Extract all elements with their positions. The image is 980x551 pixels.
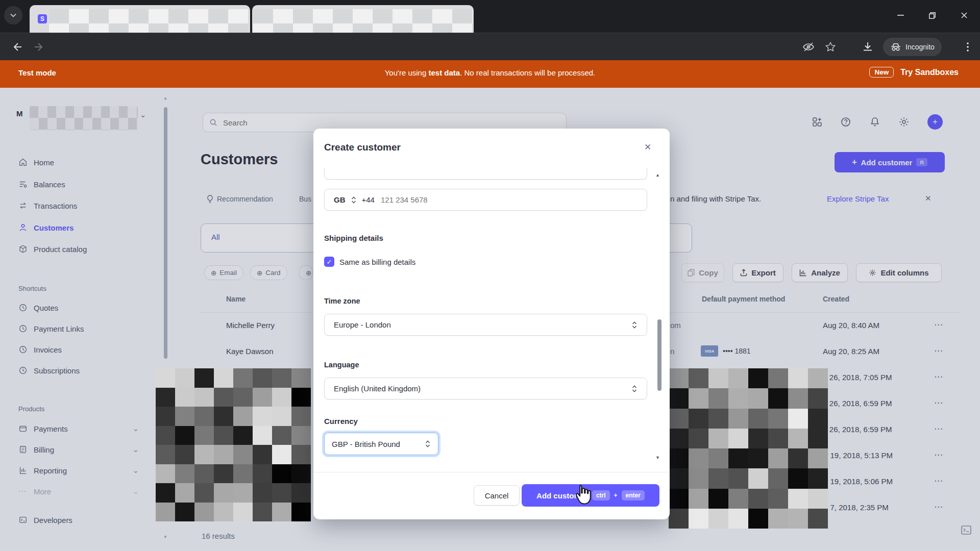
timezone-select[interactable]: Europe - London	[324, 314, 647, 336]
row-menu-button[interactable]: ⋯	[934, 449, 943, 460]
chevron-down-icon	[10, 13, 16, 17]
arrow-back-icon	[11, 41, 22, 53]
chip-label: Card	[265, 269, 280, 277]
select-updown-icon	[631, 321, 638, 329]
row-menu-button[interactable]: ⋯	[934, 319, 943, 330]
bell-icon	[869, 116, 880, 128]
row-menu-button[interactable]: ⋯	[934, 345, 943, 356]
tab-title-redacted	[253, 9, 473, 33]
page-title: Customers	[201, 151, 278, 168]
explore-stripe-tax-link[interactable]: Explore Stripe Tax	[827, 194, 889, 203]
sidebar-item-transactions[interactable]: Transactions	[18, 195, 161, 216]
sidebar-item-customers[interactable]: Customers	[18, 217, 161, 238]
sandboxes-cta[interactable]: New Try Sandboxes	[869, 67, 959, 78]
column-header-created[interactable]: Created	[823, 295, 849, 303]
account-switcher[interactable]: ⌄	[140, 110, 146, 119]
transactions-icon	[18, 201, 28, 210]
modal-scrollbar-thumb[interactable]	[657, 319, 662, 391]
kebab-vertical-icon	[963, 41, 973, 53]
phone-dial-code: +44	[362, 195, 375, 204]
copy-button[interactable]: Copy	[681, 263, 724, 282]
forward-button[interactable]	[34, 41, 45, 53]
kebab-icon: ⋯	[934, 372, 943, 382]
help-button[interactable]	[840, 116, 851, 128]
triangle-up-icon: ▲	[655, 172, 660, 178]
phone-input[interactable]: GB +44	[324, 189, 647, 211]
currency-select[interactable]: GBP - British Pound	[324, 433, 438, 455]
modal-close-button[interactable]: ✕	[644, 142, 651, 153]
settings-button[interactable]	[898, 116, 910, 128]
row-menu-button[interactable]: ⋯	[934, 397, 943, 408]
copy-icon	[688, 269, 695, 277]
notifications-button[interactable]	[869, 116, 880, 128]
add-circle-icon: ⊕	[211, 269, 216, 277]
filter-chip-clipped[interactable]: ⊕	[299, 265, 313, 280]
scroll-down-arrow[interactable]: ▼	[163, 535, 167, 539]
filter-chip-email[interactable]: ⊕ Email	[204, 265, 243, 280]
same-as-billing-checkbox[interactable]: ✓	[324, 257, 334, 267]
timezone-value: Europe - London	[334, 320, 391, 329]
browser-tab-1[interactable]: S	[30, 5, 250, 33]
edit-columns-button[interactable]: Edit columns	[856, 263, 942, 282]
window-minimize-button[interactable]	[889, 5, 912, 26]
browser-menu-button[interactable]	[963, 41, 973, 53]
sidebar-item-home[interactable]: Home	[18, 152, 161, 173]
window-close-button[interactable]	[952, 5, 976, 26]
reading-mode-button[interactable]	[802, 42, 815, 52]
column-header-name[interactable]: Name	[226, 295, 246, 303]
analyze-button[interactable]: Analyze	[792, 263, 848, 282]
screen: S Incognit	[0, 0, 980, 551]
same-as-billing-label[interactable]: Same as billing details	[339, 258, 415, 266]
timezone-label: Time zone	[324, 297, 360, 305]
incognito-label: Incognito	[905, 43, 935, 51]
account-initial: M	[16, 109, 23, 118]
minimize-icon	[897, 15, 904, 16]
language-select[interactable]: English (United Kingdom)	[324, 378, 647, 399]
kbd-ctrl: ctrl	[592, 490, 610, 500]
customer-name[interactable]: Kaye Dawson	[226, 347, 274, 356]
phone-country-select[interactable]: GB	[334, 195, 346, 204]
balances-icon	[18, 180, 28, 189]
tab-search-chevron-button[interactable]	[4, 6, 22, 24]
modal-scroll-down-arrow[interactable]: ▼	[655, 455, 660, 460]
plus-icon: +	[852, 158, 856, 167]
downloads-button[interactable]	[862, 41, 874, 53]
kebab-icon: ⋯	[934, 450, 943, 460]
search-input[interactable]	[222, 118, 530, 128]
customer-name[interactable]: Michelle Perry	[226, 321, 275, 330]
copy-label: Copy	[699, 268, 718, 277]
created-date: Aug 20, 8:25 AM	[823, 347, 879, 356]
bookmark-button[interactable]	[825, 41, 836, 53]
browser-tab-2[interactable]	[252, 5, 474, 33]
phone-number-input[interactable]	[380, 195, 596, 205]
clipped-field-above[interactable]	[324, 168, 647, 180]
filter-chip-card[interactable]: ⊕ Card	[250, 265, 287, 280]
gear-icon	[869, 269, 876, 277]
tax-banner-close-button[interactable]: ✕	[925, 194, 932, 203]
apps-button[interactable]	[812, 116, 823, 128]
window-restore-button[interactable]	[920, 5, 944, 26]
create-menu-button[interactable]: +	[927, 114, 943, 130]
sidebar-item-product-catalog[interactable]: Product catalog	[18, 238, 161, 260]
kbd-enter: enter	[622, 490, 645, 500]
sidebar-item-balances[interactable]: Balances	[18, 173, 161, 195]
created-date: May 7, 2018, 2:35 PM	[814, 503, 916, 512]
currency-value: GBP - British Pound	[332, 440, 400, 448]
row-menu-button[interactable]: ⋯	[934, 502, 943, 512]
back-button[interactable]	[11, 41, 22, 53]
modal-footer: Cancel Add customer ctrl + enter	[313, 472, 670, 519]
row-menu-button[interactable]: ⋯	[934, 475, 943, 486]
tab-all[interactable]: All	[211, 233, 220, 241]
modal-scroll-up-arrow[interactable]: ▲	[655, 172, 660, 178]
cancel-label: Cancel	[485, 491, 509, 500]
developers-console-button[interactable]	[961, 524, 972, 536]
add-customer-button[interactable]: + Add customer n	[835, 152, 945, 172]
row-menu-button[interactable]: ⋯	[934, 423, 943, 434]
shortcuts-section-label: Shortcuts	[18, 285, 46, 292]
export-button[interactable]: Export	[732, 263, 783, 282]
scroll-up-arrow[interactable]: ▲	[163, 96, 167, 101]
try-sandboxes-link[interactable]: Try Sandboxes	[900, 68, 959, 77]
cancel-button[interactable]: Cancel	[474, 485, 520, 506]
column-header-payment-method[interactable]: Default payment method	[702, 295, 785, 303]
row-menu-button[interactable]: ⋯	[934, 371, 943, 382]
